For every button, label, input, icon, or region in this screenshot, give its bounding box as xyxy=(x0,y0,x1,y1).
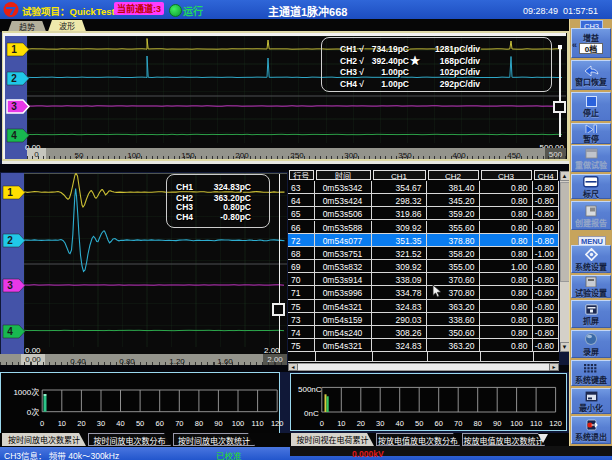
svg-text:1: 1 xyxy=(7,184,13,199)
svg-text:4: 4 xyxy=(7,323,13,338)
svg-text:3: 3 xyxy=(11,98,17,113)
svg-text:4: 4 xyxy=(11,127,17,142)
svg-text:1: 1 xyxy=(11,41,17,56)
svg-text:3: 3 xyxy=(7,277,13,292)
svg-text:2: 2 xyxy=(7,232,13,247)
svg-text:2: 2 xyxy=(11,70,17,85)
